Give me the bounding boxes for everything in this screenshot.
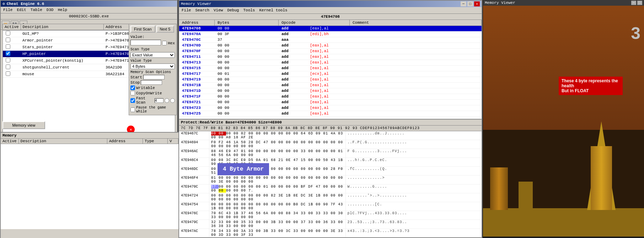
row-checkbox[interactable]	[6, 65, 10, 69]
menu-table[interactable]: Table	[29, 7, 44, 12]
disasm-row[interactable]: 47E94721 00 00 add [eax],al	[179, 100, 482, 105]
row-checkbox[interactable]	[6, 38, 10, 42]
dmenu-kernel[interactable]: Kernel tools	[257, 8, 289, 13]
hex-byte: 33	[226, 224, 234, 228]
dmenu-debug[interactable]: Debug	[225, 8, 241, 13]
game-min-btn[interactable]: ─	[631, 1, 636, 5]
dmenu-view[interactable]: View	[212, 8, 225, 13]
disasm-row[interactable]: 47E9471D 00 00 add [eax],al	[179, 88, 482, 94]
hex-row-ascii: ...h!.G..P.C.eC.	[345, 158, 482, 166]
writable-checkbox[interactable]	[130, 85, 135, 90]
next-scan-button[interactable]: Next S	[156, 26, 174, 33]
disasm-row[interactable]: 47E94719 00 00 add [eax],al	[179, 77, 482, 83]
memory-rows	[1, 144, 178, 229]
hex-byte: E0	[241, 158, 248, 162]
hex-row-addr: 47E947AC	[179, 229, 209, 237]
game-max-btn[interactable]: □	[637, 1, 642, 5]
fast-scan-checkbox[interactable]	[130, 98, 135, 103]
radio-a[interactable]	[165, 98, 169, 103]
hex-byte: 00	[308, 158, 316, 162]
hex-byte: 3E	[278, 194, 286, 198]
disasm-row[interactable]: 47E9470C 37 aaa	[179, 37, 482, 43]
hex-byte: F0	[338, 167, 343, 171]
hex-byte: 00	[226, 144, 234, 148]
disasm-row[interactable]: 47E9471F 00 00 add [eax],al	[179, 94, 482, 100]
hex-byte: 36	[323, 220, 331, 224]
hex-byte: 00	[219, 189, 226, 193]
value-type-select[interactable]: 4 Bytes	[130, 63, 175, 69]
row-checkbox[interactable]	[6, 71, 10, 76]
hex-row: 47E9476C 70 6C 43 1B 37 46 56 6A 00 00 8…	[179, 211, 482, 220]
hex-byte: 00	[263, 194, 271, 198]
disasm-row[interactable]: 47E94715 00 00 add [eax],al	[179, 66, 482, 71]
disasm-row[interactable]: 47E9470F 00 00 add [eax],al	[179, 49, 482, 54]
row-checkbox[interactable]	[6, 44, 10, 49]
dmenu-file[interactable]: File	[180, 8, 193, 13]
hex-byte: 30	[338, 211, 343, 215]
pause-checkbox[interactable]	[130, 107, 135, 112]
hex-byte: 8C	[234, 158, 241, 162]
dmenu-search[interactable]: Search	[193, 8, 211, 13]
hex-byte: 1B	[286, 194, 293, 198]
pause-label: Pause the game while	[136, 106, 175, 114]
disasm-row[interactable]: 47E9470D 00 00 add [eax],al	[179, 43, 482, 49]
hex-row-addr: 47E9470C	[179, 184, 209, 193]
disasm-row[interactable]: 47E94723 00 00 add [eax],al	[179, 105, 482, 111]
hex-byte: 00	[278, 167, 286, 171]
menu-edit[interactable]: Edit	[15, 7, 28, 12]
hex-byte: B0	[293, 203, 301, 206]
menu-d3d[interactable]: D3D	[45, 7, 55, 12]
disasm-row[interactable]: 47E94708 00 00 add [eax],al	[179, 26, 482, 32]
hex-byte: 00	[219, 215, 226, 219]
row-checkbox[interactable]	[6, 31, 10, 35]
hex-byte: 00	[271, 176, 278, 180]
disasm-title-bar: Memory Viewer ─ □ ✕	[179, 1, 482, 7]
fast-scan-value[interactable]	[155, 98, 163, 103]
hex-byte: 00	[241, 144, 248, 148]
memory-view-button[interactable]: Memory view	[2, 121, 45, 129]
hex-row-ascii: ..............>	[345, 176, 482, 184]
hex-byte: 36	[211, 224, 219, 228]
stop-input[interactable]	[141, 80, 162, 85]
copy-on-write-checkbox[interactable]	[130, 91, 135, 95]
hex-byte: 0A	[256, 158, 263, 162]
hex-byte: 00	[286, 167, 293, 171]
row-checkbox[interactable]	[6, 58, 10, 62]
minimize-btn[interactable]: ─	[461, 1, 466, 6]
hex-byte: 00	[219, 135, 226, 139]
app-title: Cheat Engine 6.6	[7, 2, 44, 6]
hex-row-ascii: .fC..........(Q.	[345, 167, 482, 175]
disasm-row[interactable]: 47E94711 00 00 add [eax],al	[179, 54, 482, 60]
hex-row: 47E947AC 78 34 33 00 3A 33 00 3B 33 00 3…	[179, 229, 482, 238]
hex-byte: 00	[234, 189, 241, 193]
first-scan-button[interactable]: First Scan	[130, 26, 155, 33]
menu-file[interactable]: File	[1, 7, 14, 12]
radio-l[interactable]	[170, 98, 175, 103]
maximize-btn[interactable]: □	[467, 1, 473, 6]
hex-byte: F2	[219, 140, 226, 144]
menu-help[interactable]: Help	[56, 7, 69, 12]
dmenu-tools[interactable]: Tools	[241, 8, 257, 13]
hex-byte: 1B	[308, 203, 316, 206]
disasm-row[interactable]: 47E94713 00 00 add [eax],al	[179, 60, 482, 66]
hex-byte: 00	[323, 176, 331, 180]
start-input[interactable]	[143, 75, 165, 79]
value-input[interactable]	[130, 40, 161, 45]
disasm-row[interactable]: 47E94717 00 01 add [ecx],al	[179, 71, 482, 77]
row-checkbox[interactable]	[6, 51, 10, 56]
disasm-row[interactable]: 47E9471B 00 00 add [eax],al	[179, 83, 482, 88]
hex-checkbox[interactable]	[162, 41, 167, 45]
scan-type-select[interactable]: Exact Value	[130, 52, 175, 58]
hex-byte: 01	[263, 185, 271, 189]
hex-byte: 00	[278, 211, 286, 215]
hex-byte: 33	[226, 233, 234, 237]
dcol-comment: Comment	[350, 20, 482, 26]
close-btn[interactable]: ✕	[474, 1, 480, 6]
disasm-col-header: Address Bytes Opcode Comment	[179, 20, 482, 26]
hex-row-addr: 47E946C4	[179, 158, 209, 166]
disasm-row[interactable]: 47E94725 00 00 add [eax],al	[179, 111, 482, 117]
hex-byte: 00	[308, 176, 316, 180]
hex-byte: DC	[301, 203, 308, 206]
mcol-type: Type	[143, 139, 168, 144]
disasm-row[interactable]: 47E9470A 00 3F add [edi],bh	[179, 32, 482, 37]
